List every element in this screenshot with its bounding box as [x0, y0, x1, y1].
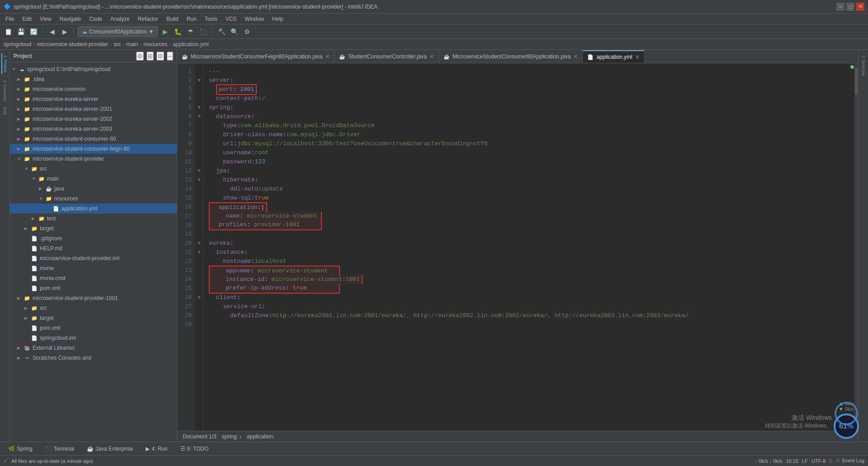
breadcrumb-springcloud[interactable]: springcloud: [4, 41, 31, 48]
tree-springcloud-iml[interactable]: 📄 springcloud.iml: [10, 333, 177, 343]
panel-layout-btn[interactable]: ⊞: [146, 52, 154, 61]
tree-mvnw[interactable]: 📄 mvnw: [10, 263, 177, 273]
structure-icon[interactable]: 3: Structure: [860, 53, 867, 78]
breadcrumb-main[interactable]: main: [126, 41, 138, 48]
tree-provider-1001[interactable]: ▶ 📁 microservice-student-provider-1001: [10, 293, 177, 303]
fg-5[interactable]: ▼: [195, 103, 203, 112]
tree-common[interactable]: ▶ 📁 microservice-common: [10, 84, 177, 94]
tree-1001-target[interactable]: ▶ 📁 target: [10, 313, 177, 323]
debug-button[interactable]: 🐛: [172, 26, 183, 37]
tree-gitignore[interactable]: 📄 .gitignore: [10, 233, 177, 243]
tree-mvnw-cmd[interactable]: 📄 mvnw.cmd: [10, 273, 177, 283]
tab-close-controller[interactable]: ✕: [429, 53, 434, 60]
tree-yaml[interactable]: 📄 application.yml: [10, 204, 177, 214]
bottom-tab-terminal[interactable]: ⬛ Terminal: [41, 443, 79, 455]
settings-btn[interactable]: ⚙: [241, 26, 252, 37]
breadcrumb-src[interactable]: src: [113, 41, 121, 48]
tab-yaml[interactable]: 📄 application.yml ✕: [583, 50, 644, 63]
coverage-button[interactable]: ☂: [185, 26, 196, 37]
tree-scratches[interactable]: ▶ ✂ Scratches Consoles and: [10, 353, 177, 363]
fg-6[interactable]: ▼: [195, 112, 203, 121]
tab-close-feign[interactable]: ✕: [325, 53, 330, 60]
editor-scrollbar[interactable]: [854, 63, 858, 431]
toolbar-sync-btn[interactable]: 🔄: [28, 26, 39, 37]
tab-close-consumer[interactable]: ✕: [573, 53, 578, 60]
panel-settings-btn[interactable]: ⚙: [136, 52, 144, 61]
minimize-button[interactable]: ─: [836, 3, 844, 11]
bottom-tab-java-enterprise[interactable]: ☕ Java Enterprise: [82, 443, 137, 455]
tree-test[interactable]: ▶ 📁 test: [10, 214, 177, 223]
tree-main[interactable]: ▼ 📁 main: [10, 174, 177, 184]
tree-eureka-2003[interactable]: ▶ 📁 microservice-eureka-server-2003: [10, 124, 177, 134]
breadcrumb-resources[interactable]: resources: [143, 41, 167, 48]
menu-code[interactable]: Code: [85, 15, 106, 23]
toolbar-save-btn[interactable]: 💾: [15, 26, 26, 37]
toolbar-project-btn[interactable]: 📋: [3, 26, 14, 37]
event-log-icon[interactable]: ⚐ Event Log: [836, 458, 864, 464]
menu-tools[interactable]: Tools: [201, 15, 221, 23]
menu-vcs[interactable]: VCS: [222, 15, 241, 23]
web-panel-icon[interactable]: Web: [2, 105, 8, 117]
tree-eureka[interactable]: ▶ 📁 microservice-eureka-server: [10, 94, 177, 104]
menu-edit[interactable]: Edit: [19, 15, 35, 23]
breadcrumb-provider[interactable]: microservice-student-provider: [37, 41, 108, 48]
code-line-26: client:: [209, 293, 854, 302]
project-panel-icon[interactable]: 1: Project: [1, 53, 9, 74]
menu-refactor[interactable]: Refactor: [134, 15, 162, 23]
build-btn[interactable]: 🔨: [216, 26, 227, 37]
fg-21[interactable]: ▼: [195, 248, 203, 257]
tree-1001-src[interactable]: ▶ 📁 src: [10, 303, 177, 313]
run-button[interactable]: ▶: [160, 26, 170, 37]
stop-button[interactable]: ⬛: [198, 26, 208, 37]
search-btn[interactable]: 🔍: [229, 26, 240, 37]
close-button[interactable]: ✕: [856, 3, 864, 11]
tab-controller[interactable]: ☕ StudentConsumerController.java ✕: [335, 50, 439, 63]
scrollbar-thumb[interactable]: [855, 68, 858, 95]
menu-build[interactable]: Build: [163, 15, 182, 23]
tree-java[interactable]: ▶ ☕ java: [10, 184, 177, 194]
tree-idea[interactable]: ▶ 📁 .idea: [10, 74, 177, 84]
run-config-dropdown[interactable]: ☁ Consumer80Application ▼: [78, 26, 158, 37]
tree-resources[interactable]: ▼ 📁 resources: [10, 194, 177, 204]
tree-root[interactable]: ▼ ☁ springcloud E:\InitPath\springcloud: [10, 64, 177, 74]
tree-eureka-2002[interactable]: ▶ 📁 microservice-eureka-server-2002: [10, 114, 177, 124]
tree-iml[interactable]: 📄 microservice-student-provider.iml: [10, 253, 177, 263]
panel-gear-btn[interactable]: ⚙: [156, 52, 164, 61]
menu-help[interactable]: Help: [269, 15, 287, 23]
tab-consumer-app[interactable]: ☕ MicroserviceStudentConsumer80Applicati…: [439, 50, 583, 63]
fg-12[interactable]: ▼: [195, 166, 203, 176]
menu-run[interactable]: Run: [183, 15, 200, 23]
menu-navigate[interactable]: Navigate: [56, 15, 85, 23]
tree-eureka-2001[interactable]: ▶ 📁 microservice-eureka-server-2001: [10, 104, 177, 114]
tree-pom[interactable]: 📄 pom.xml: [10, 283, 177, 293]
menu-view[interactable]: View: [36, 15, 55, 23]
tree-provider[interactable]: ▼ 📁 microservice-student-provider: [10, 154, 177, 164]
maximize-button[interactable]: □: [846, 3, 854, 11]
tree-pom2[interactable]: 📄 pom.xml: [10, 323, 177, 333]
bottom-tab-spring[interactable]: 🌿 Spring: [4, 443, 37, 455]
tab-feign-app[interactable]: ☕ MicroserviceStudentConsumerFeign80Appl…: [177, 50, 335, 63]
tree-target[interactable]: ▶ 📁 target: [10, 223, 177, 233]
panel-minimize-btn[interactable]: ─: [167, 52, 173, 61]
tab-close-yaml[interactable]: ✕: [635, 54, 640, 60]
menu-window[interactable]: Window: [241, 15, 268, 23]
menu-analyze[interactable]: Analyze: [107, 15, 133, 23]
tree-provider-src[interactable]: ▼ 📁 src: [10, 164, 177, 174]
bottom-tab-todo[interactable]: ☰ 6: TODO: [176, 443, 213, 455]
breadcrumb-file[interactable]: application.yml: [173, 41, 208, 48]
bottom-tab-run[interactable]: ▶ 4: Run: [141, 443, 172, 455]
code-editor[interactable]: --- server: port: 1001 context-path: /: [203, 63, 854, 431]
fg-20[interactable]: ▼: [195, 239, 203, 248]
tree-help[interactable]: 📄 HELP.md: [10, 243, 177, 253]
tree-consumer-feign[interactable]: ▶ 📁 microservice-student-consumer-feign-…: [10, 144, 177, 154]
toolbar-forward-btn[interactable]: ▶: [59, 26, 70, 37]
fg-26[interactable]: ▼: [195, 293, 203, 302]
code-line-7: type: com.alibaba.druid.pool.DruidDataSo…: [209, 121, 854, 130]
menu-file[interactable]: File: [2, 15, 18, 23]
tree-consumer-80[interactable]: ▶ 📁 microservice-student-consumer-80: [10, 134, 177, 144]
tree-ext-libs[interactable]: ▶ 📚 External Libraries: [10, 343, 177, 353]
fg-2[interactable]: ▼: [195, 76, 203, 85]
toolbar-back-btn[interactable]: ◀: [47, 26, 57, 37]
favorites-panel-icon[interactable]: 2: Favorites: [2, 78, 8, 103]
fg-13[interactable]: ▼: [195, 176, 203, 185]
